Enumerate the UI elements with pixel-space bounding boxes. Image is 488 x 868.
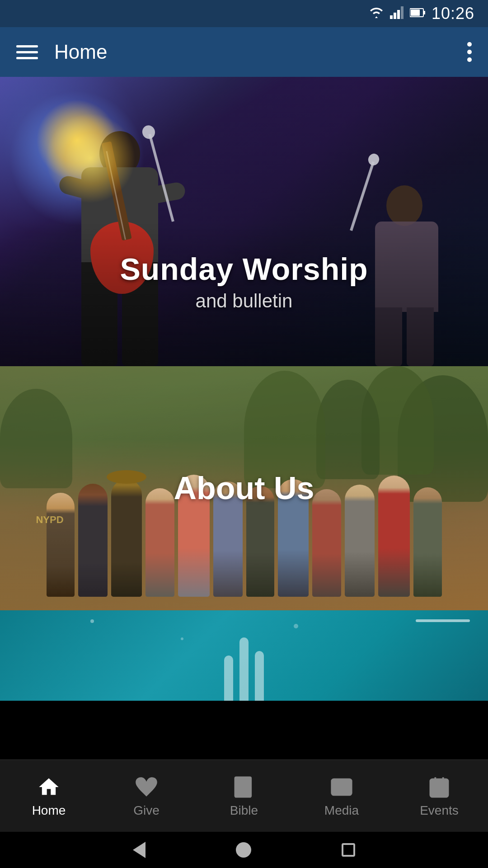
about-title: About Us [174,470,314,506]
worship-subtitle: and bulletin [0,290,488,312]
svg-rect-6 [423,11,425,14]
nav-events[interactable]: Events [390,760,488,832]
nav-home[interactable]: Home [0,760,98,832]
about-card-text: About Us [0,366,488,610]
give-icon [134,774,159,800]
app-bar: Home [0,27,488,77]
svg-rect-14 [431,779,448,797]
worship-card-text: Sunday Worship and bulletin [0,251,488,312]
wifi-icon [368,6,385,21]
cards-container: Sunday Worship and bulletin [0,77,488,760]
page-title: Home [54,41,467,63]
signal-icon [390,6,404,21]
nav-events-label: Events [420,803,459,818]
nav-media-label: Media [324,803,359,818]
svg-rect-1 [394,13,396,19]
nav-bible-label: Bible [230,803,258,818]
nav-give-label: Give [133,803,160,818]
more-options-button[interactable] [467,42,472,62]
sunday-worship-card[interactable]: Sunday Worship and bulletin [0,77,488,366]
nav-media[interactable]: Media [293,760,390,832]
status-time: 10:26 [432,4,474,23]
nav-home-label: Home [32,803,66,818]
svg-rect-2 [397,10,400,19]
android-home-button[interactable] [236,842,251,858]
menu-button[interactable] [16,45,38,59]
nav-give[interactable]: Give [98,760,195,832]
svg-rect-3 [401,6,404,19]
scroll-indicator [416,619,470,622]
home-icon [36,774,61,800]
status-bar: 10:26 [0,0,488,27]
worship-title: Sunday Worship [0,251,488,287]
status-icons: 10:26 [368,4,474,23]
nav-bible[interactable]: Bible [195,760,293,832]
bottom-navigation: Home Give Bible [0,760,488,832]
recents-button[interactable] [342,843,355,857]
android-nav-bar [0,832,488,868]
events-icon [427,774,452,800]
svg-rect-5 [411,9,420,16]
svg-rect-0 [390,15,393,19]
third-card[interactable] [0,610,488,701]
media-icon [329,774,354,800]
bible-icon [231,774,257,800]
battery-icon [410,8,426,19]
about-us-card[interactable]: NYPD About Us [0,366,488,610]
svg-rect-18 [434,788,438,792]
back-button[interactable] [133,842,145,858]
